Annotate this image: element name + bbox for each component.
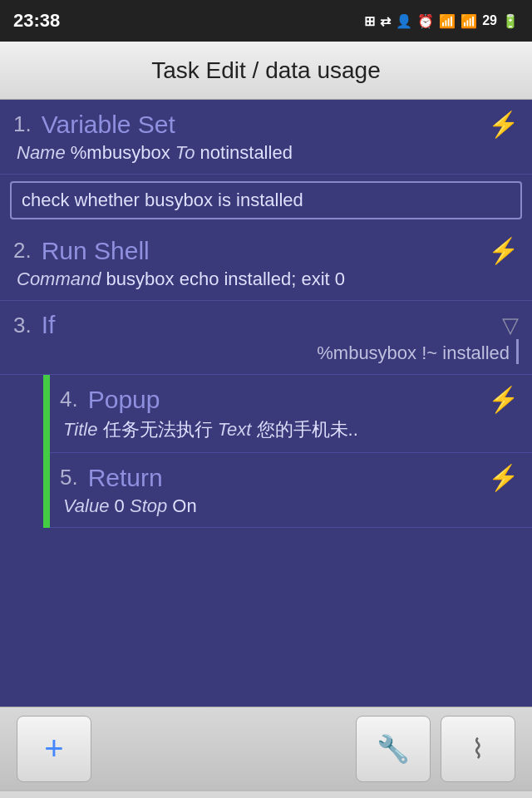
indent-bar-4: [43, 375, 50, 453]
battery-icon: 🔋: [502, 13, 519, 29]
task-5-number: 5.: [60, 465, 78, 490]
task-list: 1. Variable Set ⚡ Name %mbusybox To noti…: [0, 100, 532, 707]
task-item-1[interactable]: 1. Variable Set ⚡ Name %mbusybox To noti…: [0, 100, 532, 175]
toolbar-right-buttons: 🔧 ⌇: [356, 716, 515, 782]
task-5-title: Return: [88, 464, 163, 492]
wrench-icon: 🔧: [377, 733, 410, 765]
task-4-detail: Title 任务无法执行 Text 您的手机未..: [60, 417, 519, 442]
task-1-label1: Name: [17, 142, 66, 163]
task-2-number: 2.: [13, 238, 32, 264]
signal-icon: 📶: [461, 13, 477, 29]
battery-percent: 29: [482, 13, 497, 28]
task-item-4-wrapper: 4. Popup ⚡ Title 任务无法执行 Text 您的手机未..: [0, 375, 532, 453]
title-bar: Task Edit / data usage: [0, 42, 532, 100]
task-5-value2: On: [172, 495, 196, 516]
circuit-button[interactable]: ⌇: [441, 716, 515, 782]
comment-box: check whether busybox is installed: [10, 181, 522, 219]
task-1-title: Variable Set: [42, 111, 175, 139]
add-icon: +: [44, 730, 63, 767]
status-bar: 23:38 ⊞ ⇄ 👤 ⏰ 📶 📶 29 🔋: [0, 0, 532, 42]
wifi-icon: 📶: [439, 13, 456, 29]
task-1-number: 1.: [13, 111, 32, 137]
task-2-lightning-icon: ⚡: [488, 236, 519, 265]
circuit-icon: ⌇: [471, 733, 485, 765]
task-1-detail: Name %mbusybox To notinstalled: [13, 142, 519, 164]
clock-icon: ⏰: [417, 13, 434, 29]
comment-text: check whether busybox is installed: [22, 190, 303, 210]
task-5-detail: Value 0 Stop On: [60, 495, 519, 517]
task-4-value1: 任务无法执行: [103, 419, 213, 440]
task-2-label1: Command: [17, 268, 101, 289]
task-5-value1: 0: [115, 495, 125, 516]
status-icons: ⊞ ⇄ 👤 ⏰ 📶 📶 29 🔋: [364, 13, 519, 29]
task-3-number: 3.: [13, 313, 32, 338]
task-4-lightning-icon: ⚡: [488, 385, 519, 414]
bottom-toolbar: + 🔧 ⌇: [0, 707, 532, 790]
task-item-5-wrapper: 5. Return ⚡ Value 0 Stop On: [0, 453, 532, 528]
task-5-label1: Value: [63, 495, 109, 516]
usb-icon: ⇄: [380, 13, 391, 29]
status-time: 23:38: [13, 10, 60, 32]
task-4-number: 4.: [60, 387, 78, 412]
task-1-value1: %mbusybox: [71, 142, 170, 163]
wrench-button[interactable]: 🔧: [356, 716, 431, 782]
task-2-value1: busybox echo installed; exit 0: [106, 268, 345, 289]
add-button[interactable]: +: [17, 716, 91, 782]
task-item-4[interactable]: 4. Popup ⚡ Title 任务无法执行 Text 您的手机未..: [50, 375, 532, 453]
page-title: Task Edit / data usage: [151, 57, 381, 84]
indent-bar-5: [43, 453, 50, 528]
task-1-label2: To: [175, 142, 195, 163]
task-3-condition: %mbusybox !~ installed: [13, 339, 519, 364]
task-4-label1: Title: [63, 419, 97, 440]
task-2-detail: Command busybox echo installed; exit 0: [13, 268, 519, 290]
task-4-value2: 您的手机未..: [257, 419, 358, 440]
task-4-title: Popup: [88, 386, 160, 414]
grid-icon: ⊞: [364, 13, 375, 29]
task-2-title: Run Shell: [42, 237, 150, 265]
action-bar: ✔ ✖ ▶: [0, 790, 532, 798]
task-4-label2: Text: [218, 419, 252, 440]
task-item-2[interactable]: 2. Run Shell ⚡ Command busybox echo inst…: [0, 226, 532, 301]
task-3-title: If: [42, 311, 56, 339]
task-5-label2: Stop: [130, 495, 167, 516]
task-item-3[interactable]: 3. If ▽ %mbusybox !~ installed: [0, 301, 532, 375]
task-3-expand-icon[interactable]: ▽: [502, 313, 519, 338]
task-item-5[interactable]: 5. Return ⚡ Value 0 Stop On: [50, 453, 532, 528]
task-1-value2: notinstalled: [200, 142, 293, 163]
task-5-lightning-icon: ⚡: [488, 463, 519, 492]
task-1-lightning-icon: ⚡: [488, 110, 519, 139]
person-icon: 👤: [396, 13, 412, 29]
